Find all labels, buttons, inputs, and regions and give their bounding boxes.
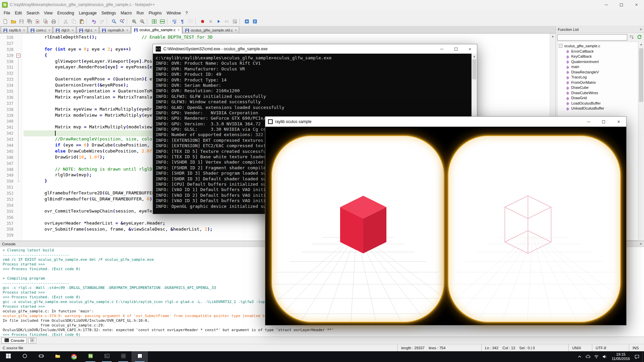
menu-search[interactable]: Search bbox=[24, 10, 42, 16]
print-icon[interactable] bbox=[50, 17, 57, 25]
gutter-row-349[interactable]: 349 bbox=[0, 172, 22, 178]
panel-tab-secondary[interactable] bbox=[28, 338, 36, 344]
menu-help[interactable]: ? bbox=[183, 10, 190, 16]
statusbar-typing-mode[interactable]: INS bbox=[629, 344, 644, 351]
scrollbar-up-icon[interactable]: ▲ bbox=[550, 34, 555, 39]
gutter-row-338[interactable]: 338 bbox=[0, 107, 22, 113]
funclist-root[interactable]: −oculus_glfw_sample.c bbox=[557, 43, 638, 49]
menu-view[interactable]: View bbox=[42, 10, 55, 16]
gutter-row-343[interactable]: 343 bbox=[0, 136, 22, 142]
gutter-row-327[interactable]: 327 bbox=[0, 41, 22, 47]
taskbar-file-explorer[interactable] bbox=[49, 351, 66, 362]
gutter-row-356[interactable]: 356 bbox=[0, 215, 22, 221]
tab-oculus_glfw_sample.c[interactable]: oculus_glfw_sample.c× bbox=[131, 26, 182, 34]
function-list-search-input[interactable] bbox=[557, 34, 627, 41]
gutter-row-353[interactable]: 353 bbox=[0, 196, 22, 202]
console-close-icon[interactable]: × bbox=[640, 242, 642, 246]
gutter-row-340[interactable]: 340 bbox=[0, 118, 22, 124]
statusbar-cursor-position[interactable]: Ln : 342 Col : 13 Sel : 0 | 0 bbox=[481, 344, 569, 351]
funclist-item-DrawCubeWires[interactable]: DrawCubeWires bbox=[557, 90, 638, 96]
raylib-maximize-button[interactable] bbox=[596, 117, 611, 127]
find-icon[interactable] bbox=[110, 17, 118, 25]
show-desktop-button[interactable] bbox=[642, 351, 644, 362]
action-center-icon[interactable] bbox=[634, 354, 640, 359]
gutter-row-335[interactable]: 335 bbox=[0, 88, 22, 95]
gutter-row-358[interactable]: 358 bbox=[0, 227, 22, 233]
tab-oculus_glfw_sample.old.c[interactable]: oculus_glfw_sample.old.c× bbox=[182, 26, 239, 33]
zoom-out-icon[interactable] bbox=[138, 17, 146, 25]
gutter-row-341[interactable]: 341 bbox=[0, 124, 22, 130]
refresh-icon[interactable] bbox=[636, 34, 643, 41]
tray-show-hidden-icon[interactable] bbox=[577, 354, 582, 359]
tab-core.c[interactable]: core.c× bbox=[28, 26, 53, 33]
cmd-maximize-button[interactable] bbox=[449, 44, 463, 54]
tab-close-icon[interactable]: × bbox=[95, 28, 97, 32]
macro-save-icon[interactable] bbox=[231, 17, 238, 25]
tray-network-icon[interactable] bbox=[594, 354, 599, 359]
gutter-row-328[interactable]: 328 bbox=[0, 47, 22, 53]
gutter-row-347[interactable]: 347 bbox=[0, 161, 22, 167]
menu-macro[interactable]: Macro bbox=[118, 10, 134, 16]
tab-close-icon[interactable]: × bbox=[48, 28, 50, 32]
tab-rlgl.c[interactable]: rlgl.c× bbox=[76, 26, 99, 33]
gutter-row-351[interactable]: 351 bbox=[0, 184, 22, 190]
menu-run[interactable]: Run bbox=[134, 10, 146, 16]
sync-vertical-icon[interactable] bbox=[150, 17, 158, 25]
gutter-row-346[interactable]: 346 bbox=[0, 155, 22, 161]
menu-file[interactable]: File bbox=[1, 10, 12, 16]
raylib-close-button[interactable]: × bbox=[611, 117, 626, 127]
close-all-icon[interactable] bbox=[42, 17, 49, 25]
tab-raylib.h[interactable]: raylib.h× bbox=[1, 26, 28, 33]
redo-icon[interactable] bbox=[98, 17, 106, 25]
save-all-icon[interactable] bbox=[25, 17, 33, 25]
cut-icon[interactable] bbox=[62, 17, 69, 25]
function-list-scrollbar[interactable]: ▲ bbox=[638, 42, 644, 241]
tab-close-icon[interactable]: × bbox=[23, 28, 25, 32]
gutter-row-352[interactable]: 352 bbox=[0, 190, 22, 196]
funclist-item-FromOvrMatrix[interactable]: FromOvrMatrix bbox=[557, 80, 638, 85]
menu-settings[interactable]: Settings bbox=[99, 10, 118, 16]
indent-guide-icon[interactable] bbox=[186, 17, 194, 25]
gutter-row-350[interactable]: 350 bbox=[0, 178, 22, 184]
tab-close-icon[interactable]: × bbox=[71, 28, 73, 32]
funclist-item-QuaternionInvert[interactable]: QuaternionInvert bbox=[557, 59, 638, 64]
copy-icon[interactable] bbox=[70, 17, 77, 25]
sort-icon[interactable] bbox=[628, 34, 635, 41]
tab-close-icon[interactable]: × bbox=[126, 28, 128, 32]
funclist-item-TraceLog[interactable]: TraceLog bbox=[557, 75, 638, 80]
gutter-row-348[interactable]: 348 bbox=[0, 167, 22, 173]
taskbar-clock[interactable]: 19:15 11/05/2016 bbox=[610, 352, 631, 361]
menu-language[interactable]: Language bbox=[76, 10, 99, 16]
tab-rlgl.h[interactable]: rlgl.h× bbox=[53, 26, 76, 33]
gutter-row-344[interactable]: 344 bbox=[0, 142, 22, 148]
cmd-titlebar[interactable]: C:\ C:\Windows\System32\cmd.exe - oculus… bbox=[153, 44, 477, 54]
taskbar-cmd[interactable] bbox=[99, 351, 115, 362]
cmd-minimize-button[interactable] bbox=[435, 44, 449, 54]
taskbar-chrome[interactable] bbox=[66, 351, 82, 362]
raylib-titlebar[interactable]: raylib oculus sample × bbox=[265, 117, 626, 127]
taskbar-dark-app[interactable] bbox=[115, 351, 131, 362]
gutter-row-329[interactable]: 329 bbox=[0, 53, 22, 59]
gutter-row-337[interactable]: 337 bbox=[0, 101, 22, 107]
funclist-item-main[interactable]: main bbox=[557, 64, 638, 70]
menu-encoding[interactable]: Encoding bbox=[55, 10, 76, 16]
sync-horizontal-icon[interactable] bbox=[158, 17, 166, 25]
new-file-icon[interactable] bbox=[1, 17, 9, 25]
menu-edit[interactable]: Edit bbox=[12, 10, 24, 16]
funclist-item-DrawCube[interactable]: DrawCube bbox=[557, 85, 638, 90]
tray-cloud-icon[interactable] bbox=[585, 354, 591, 359]
replace-icon[interactable] bbox=[118, 17, 126, 25]
scrollbar-up-icon[interactable]: ▲ bbox=[472, 54, 477, 59]
gutter-row-357[interactable]: 357 bbox=[0, 221, 22, 227]
gutter-row-333[interactable]: 333 bbox=[0, 76, 22, 82]
macro-record-icon[interactable] bbox=[199, 17, 206, 25]
function-list-header[interactable]: Function List × bbox=[556, 26, 644, 33]
plugin-panel-2-icon[interactable] bbox=[251, 17, 259, 25]
show-all-characters-icon[interactable]: ¶ bbox=[178, 17, 186, 25]
vr-stereo-viewport[interactable] bbox=[265, 127, 626, 325]
plugin-panel-1-icon[interactable] bbox=[243, 17, 251, 25]
zoom-in-icon[interactable] bbox=[130, 17, 138, 25]
gutter-row-331[interactable]: 331 bbox=[0, 64, 22, 70]
tree-collapse-icon[interactable]: − bbox=[559, 44, 562, 48]
editor-gutter[interactable]: 3263273283293303313323333343353363373383… bbox=[0, 34, 22, 241]
